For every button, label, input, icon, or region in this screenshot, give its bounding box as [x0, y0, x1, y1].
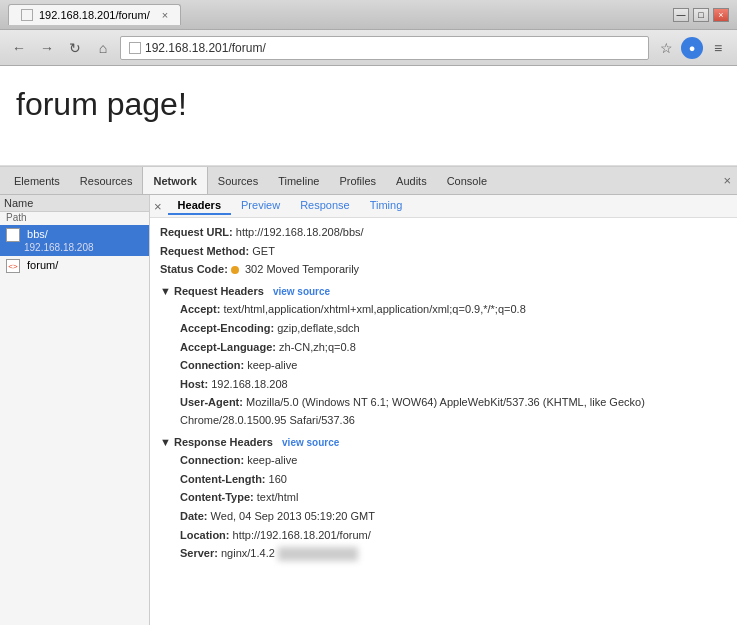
request-headers-body: Accept: text/html,application/xhtml+xml,…	[160, 301, 727, 429]
inner-tab-preview[interactable]: Preview	[231, 197, 290, 215]
tab-network[interactable]: Network	[142, 167, 207, 194]
tab-profiles[interactable]: Profiles	[329, 167, 386, 194]
menu-button[interactable]: ≡	[707, 37, 729, 59]
toolbar-right: ☆ ● ≡	[655, 37, 729, 59]
headers-content: Request URL: http://192.168.18.208/bbs/ …	[150, 218, 737, 570]
tab-title: 192.168.18.201/forum/	[39, 9, 150, 21]
view-source-link2[interactable]: view source	[282, 437, 339, 448]
status-code-value: 302 Moved Temporarily	[245, 263, 359, 275]
accept-value: text/html,application/xhtml+xml,applicat…	[223, 303, 525, 315]
request-method-label: Request Method:	[160, 245, 249, 257]
resp-connection-label: Connection:	[180, 454, 244, 466]
col-path-header: Path	[0, 212, 149, 225]
resp-content-type-label: Content-Type:	[180, 491, 254, 503]
request-url-label: Request URL:	[160, 226, 233, 238]
tab-timeline[interactable]: Timeline	[268, 167, 329, 194]
tab-elements[interactable]: Elements	[4, 167, 70, 194]
back-button[interactable]: ←	[8, 37, 30, 59]
file-name2: forum/	[27, 259, 58, 271]
resp-server-value: nginx/1.4.2	[221, 547, 275, 559]
list-item[interactable]: bbs/ 192.168.18.208	[0, 225, 149, 256]
response-headers-body: Connection: keep-alive Content-Length: 1…	[160, 452, 727, 563]
list-item[interactable]: <> forum/	[0, 256, 149, 276]
reload-button[interactable]: ↻	[64, 37, 86, 59]
status-dot-icon	[231, 266, 239, 274]
resp-date-label: Date:	[180, 510, 208, 522]
request-url-value: http://192.168.18.208/bbs/	[236, 226, 364, 238]
request-method-row: Request Method: GET	[160, 243, 727, 261]
devtools-body: Name Path bbs/ 192.168.18.208 <> forum/	[0, 195, 737, 625]
resp-location-label: Location:	[180, 529, 230, 541]
host-row: Host: 192.168.18.208	[180, 376, 727, 394]
tab-resources[interactable]: Resources	[70, 167, 143, 194]
tab-console[interactable]: Console	[437, 167, 497, 194]
accept-row: Accept: text/html,application/xhtml+xml,…	[180, 301, 727, 319]
request-headers-label: ▼ Request Headers	[160, 285, 264, 297]
maximize-button[interactable]: □	[693, 8, 709, 22]
tab-favicon-icon	[21, 9, 33, 21]
view-source-link[interactable]: view source	[273, 286, 330, 297]
devtools-close-button[interactable]: ×	[723, 173, 731, 188]
user-agent-label: User-Agent:	[180, 396, 243, 408]
host-label: Host:	[180, 378, 208, 390]
devtools-panel: Elements Resources Network Sources Timel…	[0, 166, 737, 625]
resp-server-label: Server:	[180, 547, 218, 559]
resp-content-type-value: text/html	[257, 491, 299, 503]
connection-value: keep-alive	[247, 359, 297, 371]
panel-header: Name	[0, 195, 149, 212]
accept-language-label: Accept-Language:	[180, 341, 276, 353]
tab-sources[interactable]: Sources	[208, 167, 268, 194]
connection-row: Connection: keep-alive	[180, 357, 727, 375]
network-detail-panel: × Headers Preview Response Timing Reques…	[150, 195, 737, 625]
resp-connection-value: keep-alive	[247, 454, 297, 466]
window-controls: — □ ×	[673, 8, 729, 22]
inner-tab-bar: × Headers Preview Response Timing	[150, 195, 737, 218]
file-sub: 192.168.18.208	[6, 242, 143, 253]
inner-tab-headers[interactable]: Headers	[168, 197, 231, 215]
page-content-area: forum page!	[0, 66, 737, 166]
address-bar[interactable]: 192.168.18.201/forum/	[120, 36, 649, 60]
html-file-icon: <>	[6, 259, 20, 273]
file-item-name-row2: <> forum/	[6, 259, 143, 273]
page-title: forum page!	[16, 86, 721, 123]
resp-date-value: Wed, 04 Sep 2013 05:19:20 GMT	[211, 510, 375, 522]
user-agent-value: Mozilla/5.0 (Windows NT 6.1; WOW64) Appl…	[180, 396, 645, 426]
forward-button[interactable]: →	[36, 37, 58, 59]
address-text: 192.168.18.201/forum/	[145, 41, 640, 55]
user-agent-row: User-Agent: Mozilla/5.0 (Windows NT 6.1;…	[180, 394, 727, 429]
accept-language-value: zh-CN,zh;q=0.8	[279, 341, 356, 353]
host-value: 192.168.18.208	[211, 378, 287, 390]
inner-tabs: Headers Preview Response Timing	[168, 197, 413, 215]
home-button[interactable]: ⌂	[92, 37, 114, 59]
resp-content-type-row: Content-Type: text/html	[180, 489, 727, 507]
resp-content-length-label: Content-Length:	[180, 473, 266, 485]
resp-date-row: Date: Wed, 04 Sep 2013 05:19:20 GMT	[180, 508, 727, 526]
resp-location-row: Location: http://192.168.18.201/forum/	[180, 527, 727, 545]
accept-encoding-row: Accept-Encoding: gzip,deflate,sdch	[180, 320, 727, 338]
status-code-row: Status Code: 302 Moved Temporarily	[160, 261, 727, 279]
request-method-value: GET	[252, 245, 275, 257]
address-favicon-icon	[129, 42, 141, 54]
tab-close-btn[interactable]: ×	[162, 9, 168, 21]
resp-content-length-row: Content-Length: 160	[180, 471, 727, 489]
bookmark-star-icon[interactable]: ☆	[655, 37, 677, 59]
request-url-row: Request URL: http://192.168.18.208/bbs/	[160, 224, 727, 242]
file-item-name-row: bbs/	[6, 228, 143, 242]
minimize-button[interactable]: —	[673, 8, 689, 22]
tab-audits[interactable]: Audits	[386, 167, 437, 194]
titlebar: 192.168.18.201/forum/ × — □ ×	[0, 0, 737, 30]
folder-icon	[6, 228, 20, 242]
app-launcher-icon[interactable]: ●	[681, 37, 703, 59]
browser-tab[interactable]: 192.168.18.201/forum/ ×	[8, 4, 181, 25]
status-code-label: Status Code:	[160, 263, 228, 275]
network-file-list: Name Path bbs/ 192.168.18.208 <> forum/	[0, 195, 150, 625]
connection-label: Connection:	[180, 359, 244, 371]
panel-close-icon[interactable]: ×	[154, 199, 162, 214]
close-button[interactable]: ×	[713, 8, 729, 22]
inner-tab-response[interactable]: Response	[290, 197, 360, 215]
inner-tab-timing[interactable]: Timing	[360, 197, 413, 215]
response-headers-section: ▼ Response Headers view source	[160, 434, 727, 452]
resp-content-length-value: 160	[269, 473, 287, 485]
redacted-value	[278, 547, 358, 561]
response-headers-label: ▼ Response Headers	[160, 436, 273, 448]
